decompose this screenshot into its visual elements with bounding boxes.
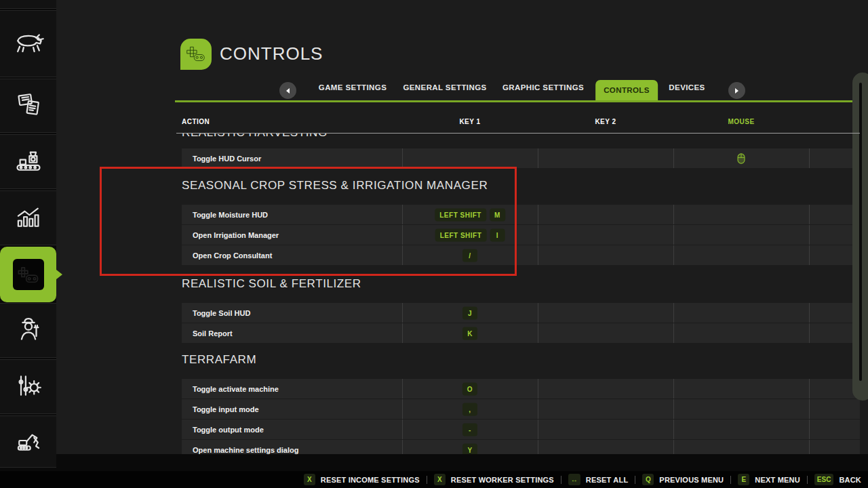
binding-row[interactable]: Toggle input mode, xyxy=(182,399,860,419)
hotkey-back[interactable]: ESCBACK xyxy=(814,474,861,485)
column-separator xyxy=(538,323,538,343)
binding-row[interactable]: Toggle output mode- xyxy=(182,420,860,439)
action-label: Toggle HUD Cursor xyxy=(193,155,261,163)
sidebar-item-controls-active[interactable] xyxy=(0,247,56,302)
sidebar-item-animals[interactable] xyxy=(0,10,56,77)
keycap: K xyxy=(462,327,477,340)
hotkey-reset-worker-settings[interactable]: XRESET WORKER SETTINGS xyxy=(434,474,554,485)
column-separator xyxy=(538,303,538,323)
action-label: Toggle activate machine xyxy=(193,385,279,393)
tabs-prev-button[interactable] xyxy=(279,82,296,99)
tab-bar: GAME SETTINGSGENERAL SETTINGSGRAPHIC SET… xyxy=(56,79,868,102)
column-separator xyxy=(809,303,810,323)
sidebar-item-settings[interactable] xyxy=(0,359,56,414)
column-separator xyxy=(673,379,674,399)
hotkey-label: RESET INCOME SETTINGS xyxy=(321,476,420,484)
tab-general-settings[interactable]: GENERAL SETTINGS xyxy=(403,83,486,92)
binding-row[interactable]: Open Irrigation ManagerLEFT SHIFTI xyxy=(182,225,860,245)
column-separator xyxy=(809,225,810,245)
footer-separator xyxy=(807,476,808,484)
key1-binding: LEFT SHIFTI xyxy=(435,228,505,241)
table-header: ACTION KEY 1 KEY 2 MOUSE xyxy=(182,118,860,129)
binding-row[interactable]: Toggle HUD Cursor xyxy=(182,148,860,168)
production-icon xyxy=(14,146,43,178)
section-title: REALISTIC SOIL & FERTILIZER xyxy=(182,277,860,291)
section-title: SEASONAL CROP STRESS & IRRIGATION MANAGE… xyxy=(182,179,860,192)
action-label: Toggle output mode xyxy=(193,426,264,434)
column-separator xyxy=(809,323,810,343)
page-title: CONTROLS xyxy=(220,43,323,64)
footer-separator xyxy=(561,476,561,484)
binding-row[interactable]: Toggle activate machineO xyxy=(182,379,860,399)
gamepad-icon xyxy=(13,259,44,290)
chevron-right-icon xyxy=(735,88,738,94)
binding-row[interactable]: Toggle Soil HUDJ xyxy=(182,303,860,323)
binding-row[interactable]: Soil ReportK xyxy=(182,323,860,343)
tab-controls[interactable]: CONTROLS xyxy=(595,80,658,102)
sidebar-item-statistics[interactable] xyxy=(0,190,56,245)
hotkey-keycap: E xyxy=(738,474,749,485)
keycap: M xyxy=(490,208,505,221)
column-header-action: ACTION xyxy=(182,118,210,125)
hotkey-keycap: Q xyxy=(642,474,654,485)
keycap: / xyxy=(462,249,477,262)
chevron-left-icon xyxy=(286,88,290,94)
hotkey-reset-all[interactable]: ↔RESET ALL xyxy=(568,474,629,485)
column-separator xyxy=(538,225,538,245)
section-title: TERRAFARM xyxy=(182,353,860,367)
action-label: Toggle input mode xyxy=(193,405,259,413)
tabs-next-button[interactable] xyxy=(728,82,745,99)
binding-row[interactable]: Open Crop Consultant/ xyxy=(182,245,860,265)
section-title: REALISTIC HARVESTING xyxy=(182,134,860,140)
controls-table-body: REALISTIC HARVESTINGToggle HUD CursorSEA… xyxy=(182,134,860,454)
hotkey-label: RESET ALL xyxy=(586,476,629,484)
sidebar-item-construction[interactable] xyxy=(0,415,56,468)
key1-binding: - xyxy=(462,423,477,436)
sidebar-item-contracts[interactable] xyxy=(0,79,56,133)
footer-separator xyxy=(730,476,731,484)
hotkey-next-menu[interactable]: ENEXT MENU xyxy=(738,474,800,485)
mouse-icon xyxy=(736,152,747,164)
stats-chart-icon xyxy=(14,202,43,235)
keycap: LEFT SHIFT xyxy=(435,228,487,241)
column-separator xyxy=(673,323,674,343)
sidebar-item-partial-top[interactable] xyxy=(0,0,56,9)
sidebar-item-production[interactable] xyxy=(0,134,56,189)
column-separator xyxy=(673,399,674,419)
key1-binding: O xyxy=(462,382,477,395)
column-separator xyxy=(538,420,538,439)
column-separator xyxy=(673,245,674,265)
column-separator xyxy=(673,225,674,245)
hotkey-previous-menu[interactable]: QPREVIOUS MENU xyxy=(642,474,724,485)
column-separator xyxy=(402,420,403,439)
sidebar-item-workers[interactable] xyxy=(0,303,56,358)
active-item-arrow xyxy=(56,270,62,279)
sliders-gear-icon xyxy=(14,371,43,403)
scrollbar[interactable] xyxy=(852,73,868,401)
key1-binding: K xyxy=(462,327,477,340)
column-separator xyxy=(402,225,403,245)
keycap: Y xyxy=(462,443,477,454)
column-separator xyxy=(538,148,538,168)
hotkey-keycap: X xyxy=(304,474,315,485)
excavator-icon xyxy=(14,426,43,458)
tab-devices[interactable]: DEVICES xyxy=(669,83,705,92)
key1-binding: / xyxy=(462,249,477,262)
binding-row[interactable]: Toggle Moisture HUDLEFT SHIFTM xyxy=(182,205,860,224)
column-separator xyxy=(538,399,538,419)
column-header-mouse: MOUSE xyxy=(728,118,754,125)
keycap: - xyxy=(462,423,477,436)
scrollbar-thumb[interactable] xyxy=(859,83,862,381)
keycap: LEFT SHIFT xyxy=(435,208,486,221)
column-separator xyxy=(673,440,674,454)
hotkey-reset-income-settings[interactable]: XRESET INCOME SETTINGS xyxy=(304,474,420,485)
tab-graphic-settings[interactable]: GRAPHIC SETTINGS xyxy=(502,83,584,92)
key1-binding: , xyxy=(462,403,477,415)
binding-row[interactable]: Open machine settings dialogY xyxy=(182,440,860,454)
column-separator xyxy=(402,303,403,323)
column-separator xyxy=(673,303,674,323)
column-separator xyxy=(402,148,403,168)
documents-icon xyxy=(14,89,43,122)
tab-game-settings[interactable]: GAME SETTINGS xyxy=(319,83,387,92)
footer-separator xyxy=(427,476,427,484)
